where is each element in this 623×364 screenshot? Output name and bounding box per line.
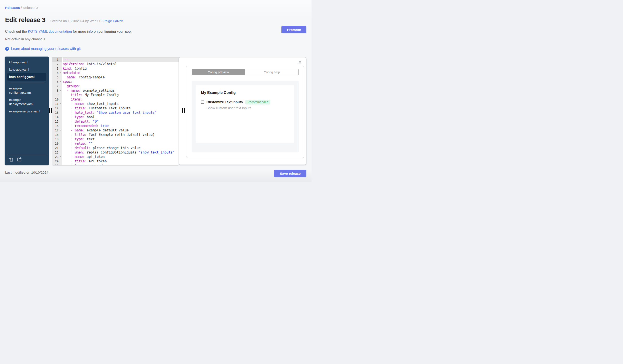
code-line-11[interactable]: - name: show_text_inputs <box>63 101 179 106</box>
sidebar-file-example-deployment.yaml[interactable]: example-deployment.yaml <box>7 96 46 108</box>
fold-arrow-icon[interactable]: ▾ <box>60 80 61 84</box>
code-line-4[interactable]: metadata: <box>63 71 179 75</box>
code-line-5[interactable]: name: config-sample <box>63 75 179 80</box>
docs-prefix: Check out the <box>5 30 28 33</box>
gutter-line-7: 7 <box>52 84 62 88</box>
indent-guide <box>71 141 71 146</box>
gutter-line-24: 24 <box>52 159 62 163</box>
gutter-line-23[interactable]: 23▾ <box>52 155 62 159</box>
code-line-3[interactable]: kind: Config <box>63 66 179 71</box>
config-group-card: My Example Config Customize Text Inputs … <box>196 85 294 143</box>
gutter-line-22: 22 <box>52 150 62 155</box>
question-circle-icon: ? <box>5 47 9 51</box>
sidebar-bottom-divider <box>7 155 46 155</box>
git-releases-link[interactable]: Learn about managing your releases with … <box>11 47 81 51</box>
gutter-line-3: 3 <box>52 66 62 71</box>
indent-guide <box>71 133 71 137</box>
author-link[interactable]: Paige Calvert <box>104 19 123 23</box>
created-on-prefix: Created on 10/10/2024 by Web UI / <box>50 19 104 23</box>
gutter-line-15: 15 <box>52 119 62 124</box>
config-tabs: Config previewConfig help <box>192 69 299 75</box>
tab-config-help[interactable]: Config help <box>245 69 299 75</box>
fold-arrow-icon[interactable]: ▾ <box>60 101 61 106</box>
gutter-line-9: 9 <box>52 93 62 97</box>
editor-code-area[interactable]: ---apiVersion: kots.io/v1beta1kind: Conf… <box>62 58 179 165</box>
gutter-line-18: 18 <box>52 133 62 137</box>
gutter-line-6[interactable]: 6▾ <box>52 80 62 84</box>
resize-handle-left[interactable] <box>49 108 52 113</box>
indent-guide <box>71 124 71 128</box>
breadcrumb-releases-link[interactable]: Releases <box>5 6 20 9</box>
code-line-17[interactable]: - name: example_default_value <box>63 128 179 133</box>
fold-arrow-icon[interactable]: ▾ <box>60 155 61 159</box>
gutter-line-21: 21 <box>52 146 62 150</box>
kots-yaml-docs-link[interactable]: KOTS YAML documentation <box>28 30 72 33</box>
last-modified-text: Last modified on 10/10/2024 <box>5 170 48 175</box>
git-link-row[interactable]: ? Learn about managing your releases wit… <box>5 47 81 51</box>
editor-gutter: 1234▾56▾78▾91011▾121314151617▾1819202122… <box>52 58 62 165</box>
gutter-line-20: 20 <box>52 141 62 146</box>
sidebar-file-k8s-app.yaml[interactable]: k8s-app.yaml <box>7 59 46 66</box>
fold-arrow-icon[interactable]: ▾ <box>60 88 61 93</box>
config-item-checkbox[interactable] <box>201 101 204 104</box>
code-line-19[interactable]: type: text <box>63 137 179 141</box>
promote-button[interactable]: Promote <box>281 26 306 33</box>
sidebar-file-example-service.yaml[interactable]: example-service.yaml <box>7 108 46 115</box>
resize-handle-right[interactable] <box>182 108 185 113</box>
breadcrumb-current: Release 3 <box>23 6 38 9</box>
indent-guide <box>71 159 71 163</box>
file-list: k8s-app.yamlkots-app.yamlkots-config.yam… <box>5 57 49 115</box>
breadcrumb-separator: / <box>20 6 23 9</box>
code-line-1[interactable]: --- <box>63 58 179 62</box>
main-row: k8s-app.yamlkots-app.yamlkots-config.yam… <box>5 57 306 165</box>
page-title: Edit release 3 <box>5 16 45 24</box>
indent-guide <box>71 115 71 119</box>
code-line-2[interactable]: apiVersion: kots.io/v1beta1 <box>63 62 179 66</box>
sidebar-file-example-configmap.yaml[interactable]: example-configmap.yaml <box>7 85 46 96</box>
add-file-icon[interactable] <box>9 157 14 163</box>
gutter-line-16: 16 <box>52 124 62 128</box>
code-line-20[interactable]: value: "" <box>63 141 179 146</box>
fold-arrow-icon[interactable]: ▾ <box>60 71 61 75</box>
code-line-24[interactable]: title: API token <box>63 159 179 163</box>
save-release-button[interactable]: Save release <box>274 170 306 177</box>
close-icon[interactable] <box>298 60 302 64</box>
code-line-14[interactable]: type: bool <box>63 115 179 119</box>
indent-guide <box>71 110 71 115</box>
yaml-editor[interactable]: 1234▾56▾78▾91011▾121314151617▾1819202122… <box>52 57 179 165</box>
code-line-8[interactable]: - name: example_settings <box>63 88 179 93</box>
config-item-row: Customize Text Inputs Recommended <box>201 100 289 104</box>
code-line-10[interactable]: items: <box>63 97 179 101</box>
code-line-23[interactable]: - name: api_token <box>63 155 179 159</box>
code-line-9[interactable]: title: My Example Config <box>63 93 179 97</box>
code-line-12[interactable]: title: Customize Text Inputs <box>63 106 179 110</box>
sidebar-file-kots-app.yaml[interactable]: kots-app.yaml <box>7 66 46 73</box>
config-item-help-text: Show custom user text inputs <box>206 106 289 110</box>
code-line-18[interactable]: title: Text Example (with default value) <box>63 133 179 137</box>
add-folder-icon[interactable] <box>17 157 22 163</box>
code-line-22[interactable]: when: repl{{ ConfigOptionEquals "show_te… <box>63 150 179 155</box>
gutter-line-11[interactable]: 11▾ <box>52 101 62 106</box>
gutter-line-17[interactable]: 17▾ <box>52 128 62 133</box>
sidebar-icon-bar <box>9 157 22 163</box>
recommended-badge: Recommended <box>245 100 270 104</box>
gutter-line-19: 19 <box>52 137 62 141</box>
code-line-13[interactable]: help_text: "Show custom user text inputs… <box>63 110 179 115</box>
code-line-6[interactable]: spec: <box>63 80 179 84</box>
code-line-21[interactable]: default: please change this value <box>63 146 179 150</box>
sidebar-file-kots-config.yaml[interactable]: kots-config.yaml <box>7 73 46 81</box>
code-line-15[interactable]: default: "0" <box>63 119 179 124</box>
config-group-title: My Example Config <box>201 91 289 95</box>
gutter-line-4[interactable]: 4▾ <box>52 71 62 75</box>
code-line-16[interactable]: recommended: true <box>63 124 179 128</box>
config-panel: Config previewConfig help My Example Con… <box>179 57 306 165</box>
code-line-25[interactable]: type: password <box>63 163 179 165</box>
indent-guide <box>71 137 71 141</box>
fold-arrow-icon[interactable]: ▾ <box>60 128 61 133</box>
docs-line: Check out the KOTS YAML documentation fo… <box>5 30 132 34</box>
indent-guide <box>71 106 71 110</box>
gutter-line-8[interactable]: 8▾ <box>52 88 62 93</box>
gutter-line-12: 12 <box>52 106 62 110</box>
code-line-7[interactable]: groups: <box>63 84 179 88</box>
tab-config-preview[interactable]: Config preview <box>192 69 245 75</box>
